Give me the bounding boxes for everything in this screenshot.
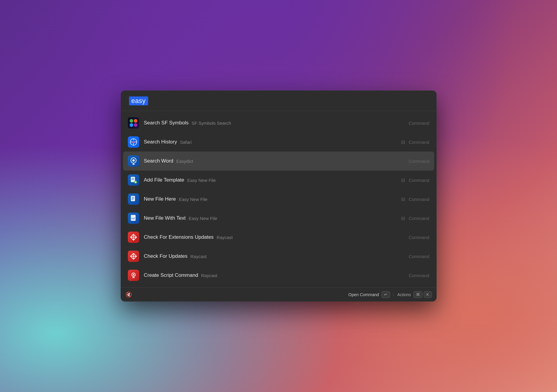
item-text-search-history: Search HistorySafari [144,139,401,145]
command-shortcut-label: Command [409,273,429,278]
item-icon-easynewfile-add [128,174,139,186]
item-title: New File Here [144,196,176,202]
item-text-new-file-with-text: New File With TextEasy New File [144,215,401,221]
item-text-check-updates: Check For UpdatesRaycast [144,253,409,259]
mute-button[interactable]: 🔇 [125,291,132,298]
item-text-add-file-template: Add File TemplateEasy New File [144,177,401,183]
result-item-search-sf-symbols[interactable]: Search SF SymbolsSF Symbols SearchComman… [121,113,437,132]
item-icon-raycast [128,251,139,262]
item-subtitle: Easy New File [189,216,217,221]
item-icon-safari [128,136,139,148]
svg-point-1 [134,119,137,123]
result-item-search-word[interactable]: Search WordEasydictCommand [123,152,434,171]
item-text-search-word: Search WordEasydict [144,158,409,164]
command-shortcut-label: Command [409,197,429,202]
item-subtitle: Easy New File [187,178,216,183]
item-icon-raycast [128,232,139,243]
result-item-search-history[interactable]: Search HistorySafari⊟Command [121,132,437,152]
item-subtitle: SF Symbols Search [192,121,231,126]
svg-text:TXT: TXT [131,218,135,220]
bottom-bar: 🔇 Open Command ↵ | Actions ⌘ K [121,287,437,302]
enter-key-badge: ↵ [381,291,390,298]
k-badge: K [424,291,432,298]
item-subtitle: Raycast [201,273,217,278]
item-subtitle: Easydict [176,159,193,164]
shortcut-icon: ⊟ [401,139,405,145]
item-title: Check For Updates [144,253,187,259]
result-item-check-updates[interactable]: Check For UpdatesRaycastCommand [121,247,437,266]
actions-label: Actions [397,292,411,297]
actions-shortcut: ⌘ K [413,291,432,298]
search-bar: easy [121,90,437,111]
command-shortcut-label: Command [409,178,429,183]
shortcut-icon: ⊟ [401,196,405,202]
item-shortcut-search-history: ⊟Command [401,139,429,145]
result-item-add-file-template[interactable]: Add File TemplateEasy New File⊟Command [121,171,437,190]
result-item-create-script-command[interactable]: Create Script CommandRaycastCommand [121,266,437,285]
svg-point-2 [130,123,133,127]
item-subtitle: Raycast [190,254,207,259]
command-shortcut-label: Command [409,140,429,145]
item-icon-raycast-script [128,270,139,281]
item-icon-easydict [128,155,139,167]
spotlight-window: easy Search SF SymbolsSF Symbols SearchC… [121,90,437,302]
open-command-label: Open Command [348,292,379,297]
item-text-create-script-command: Create Script CommandRaycast [144,272,409,278]
item-shortcut-new-file-here: ⊟Command [401,196,429,202]
svg-rect-25 [133,274,134,276]
svg-point-0 [130,119,133,123]
svg-point-3 [134,123,137,127]
result-item-check-extensions-updates[interactable]: Check For Extensions UpdatesRaycastComma… [121,228,437,247]
item-text-check-extensions-updates: Check For Extensions UpdatesRaycast [144,234,409,240]
item-text-search-sf-symbols: Search SF SymbolsSF Symbols Search [144,120,409,126]
result-item-new-file-here[interactable]: New File HereEasy New File⊟Command [121,190,437,209]
command-shortcut-label: Command [409,216,429,221]
command-shortcut-label: Command [409,235,429,240]
item-subtitle: Safari [180,140,192,145]
mute-icon: 🔇 [125,292,132,298]
shortcut-icon: ⊟ [401,177,405,183]
item-title: Search Word [144,158,173,164]
item-subtitle: Easy New File [179,197,207,202]
item-icon-easynewfile-txt: TXT [128,213,139,224]
cmd-badge: ⌘ [413,291,423,298]
command-shortcut-label: Command [409,159,429,164]
item-title: New File With Text [144,215,186,221]
item-shortcut-check-extensions-updates: Command [409,235,429,240]
item-shortcut-search-word: Command [409,159,429,164]
item-title: Search SF Symbols [144,120,189,126]
item-shortcut-add-file-template: ⊟Command [401,177,429,183]
command-shortcut-label: Command [409,254,429,259]
item-shortcut-create-script-command: Command [409,273,429,278]
item-icon-sf-symbols [128,117,139,129]
shortcut-icon: ⊟ [401,215,405,221]
item-title: Search History [144,139,177,145]
results-list: Search SF SymbolsSF Symbols SearchComman… [121,111,437,287]
item-shortcut-new-file-with-text: ⊟Command [401,215,429,221]
item-subtitle: Raycast [217,235,233,240]
search-query[interactable]: easy [129,96,148,105]
result-item-new-file-with-text[interactable]: TXTNew File With TextEasy New File⊟Comma… [121,209,437,228]
item-shortcut-check-updates: Command [409,254,429,259]
command-shortcut-label: Command [409,121,429,126]
item-shortcut-search-sf-symbols: Command [409,121,429,126]
item-text-new-file-here: New File HereEasy New File [144,196,401,202]
item-title: Check For Extensions Updates [144,234,214,240]
separator: | [393,292,394,297]
item-title: Create Script Command [144,272,198,278]
item-title: Add File Template [144,177,184,183]
item-icon-easynewfile [128,193,139,205]
svg-point-9 [132,159,135,162]
